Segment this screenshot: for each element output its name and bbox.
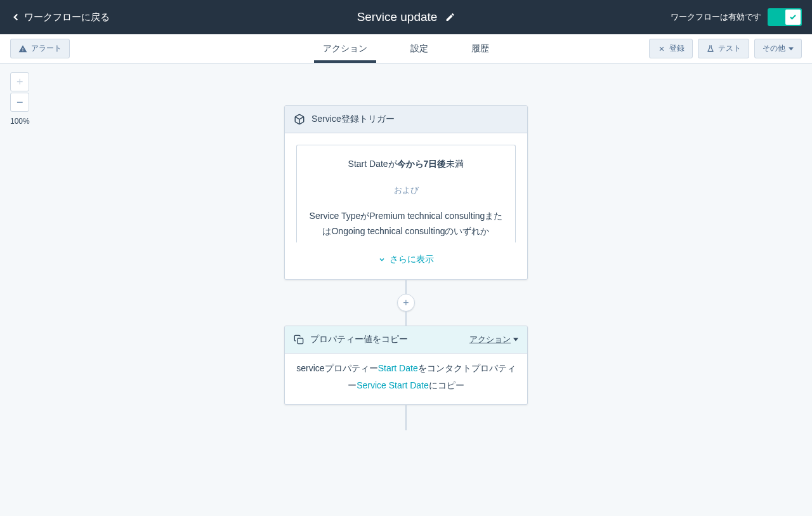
target-property-link[interactable]: Service Start Date — [357, 380, 429, 390]
tab-settings[interactable]: 設定 — [402, 34, 437, 63]
filter-group: Start Dateが今から7日後未満 および Service TypeがPre… — [296, 145, 516, 242]
action-title: プロパティー値をコピー — [310, 334, 463, 345]
enroll-icon — [657, 44, 666, 53]
check-icon — [789, 13, 797, 21]
zoom-in-button[interactable]: + — [10, 72, 29, 91]
action-menu-link[interactable]: アクション — [469, 334, 518, 345]
caret-down-icon — [513, 337, 518, 342]
sub-header: アラート アクション 設定 履歴 登録 テスト その他 — [0, 34, 812, 63]
more-button[interactable]: その他 — [754, 39, 802, 58]
caret-down-icon — [789, 46, 794, 51]
copy-icon — [294, 334, 304, 345]
connector-line — [405, 280, 407, 294]
top-header: ワークフローに戻る Service update ワークフローは有効です — [0, 0, 812, 34]
zoom-level: 100% — [10, 117, 30, 126]
back-to-workflows-link[interactable]: ワークフローに戻る — [10, 11, 110, 23]
test-button[interactable]: テスト — [698, 39, 749, 58]
title-wrap: Service update — [357, 10, 455, 24]
connector-line — [405, 405, 407, 430]
zoom-out-button[interactable]: − — [10, 93, 29, 112]
tab-history[interactable]: 履歴 — [462, 34, 498, 63]
back-label: ワークフローに戻る — [24, 11, 110, 23]
zoom-controls: + − 100% — [10, 72, 30, 126]
workflow-title: Service update — [357, 10, 438, 24]
header-right: ワークフローは有効です — [671, 8, 802, 26]
action-card-body: serviceプロパティーStart DateをコンタクトプロパティーServi… — [285, 354, 527, 404]
action-card[interactable]: プロパティー値をコピー アクション serviceプロパティーStart Dat… — [284, 326, 528, 404]
alerts-button[interactable]: アラート — [10, 39, 70, 58]
flask-icon — [706, 44, 715, 53]
alert-label: アラート — [31, 43, 62, 54]
toggle-knob — [785, 10, 801, 25]
workflow-enabled-toggle[interactable] — [768, 8, 802, 26]
cube-icon — [294, 114, 305, 125]
source-property-link[interactable]: Start Date — [378, 363, 418, 373]
register-button[interactable]: 登録 — [649, 39, 693, 58]
edit-icon[interactable] — [445, 12, 455, 22]
workflow-enabled-text: ワークフローは有効です — [671, 11, 761, 23]
trigger-card-header: Service登録トリガー — [285, 106, 527, 133]
chevron-left-icon — [10, 11, 22, 23]
workflow-flow: Service登録トリガー Start Dateが今から7日後未満 および Se… — [284, 105, 528, 430]
show-more-link[interactable]: さらに表示 — [285, 242, 527, 279]
tab-action[interactable]: アクション — [314, 34, 376, 63]
chevron-down-icon — [378, 256, 386, 263]
filter-condition-1[interactable]: Start Dateが今から7日後未満 — [297, 145, 515, 183]
trigger-body: Start Dateが今から7日後未満 および Service TypeがPre… — [285, 133, 527, 242]
add-action-button[interactable]: + — [397, 294, 415, 312]
filter-condition-2[interactable]: Service TypeがPremium technical consultin… — [297, 197, 515, 243]
sub-header-right: 登録 テスト その他 — [649, 39, 802, 58]
filter-and-separator: および — [297, 183, 515, 197]
svg-rect-0 — [298, 338, 303, 344]
trigger-card[interactable]: Service登録トリガー Start Dateが今から7日後未満 および Se… — [284, 105, 528, 280]
workflow-canvas[interactable]: + − 100% Service登録トリガー Start Dateが今から7日後… — [0, 63, 812, 516]
trigger-title: Service登録トリガー — [311, 114, 518, 125]
action-card-header: プロパティー値をコピー アクション — [285, 326, 527, 354]
connector-line — [405, 312, 407, 326]
tabs: アクション 設定 履歴 — [314, 34, 498, 63]
warning-icon — [18, 44, 27, 53]
